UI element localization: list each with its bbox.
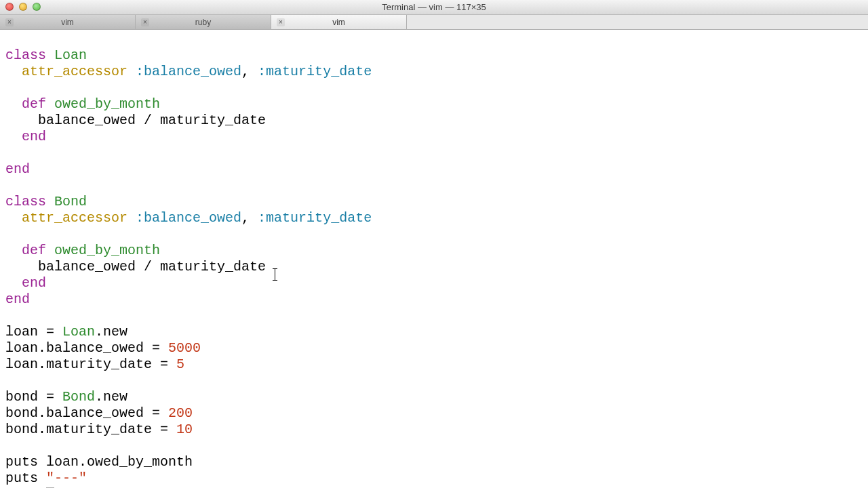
zoom-icon[interactable] (33, 3, 41, 11)
window-titlebar: Terminal — vim — 117×35 (0, 0, 868, 15)
method-body: balance_owed / maturity_date (38, 113, 266, 128)
code-text: loan.balance_owed = (5, 340, 168, 356)
tab-label: vim (290, 14, 406, 30)
number-literal: 5000 (168, 340, 201, 356)
method-owed-by-month: owed_by_month (54, 96, 160, 112)
symbol-balance-owed: :balance_owed (136, 64, 241, 79)
code-text: puts loan.owed_by_month (5, 454, 193, 470)
keyword-def: def (22, 96, 46, 112)
code-text: bond.balance_owed = (5, 405, 168, 421)
const-bond: Bond (54, 194, 87, 209)
const-loan: Loan (62, 324, 95, 340)
window-title: Terminal — vim — 117×35 (382, 0, 486, 16)
code-text: bond = (5, 389, 62, 405)
code-text: loan.maturity_date = (5, 357, 176, 372)
code-text: .new (95, 324, 127, 340)
keyword-attr-accessor: attr_accessor (22, 210, 127, 226)
code-text: loan = (5, 324, 62, 340)
const-bond: Bond (62, 389, 95, 405)
number-literal: 5 (176, 357, 184, 372)
code-text: .new (95, 389, 127, 405)
number-literal: 200 (168, 405, 193, 421)
minimize-icon[interactable] (19, 3, 27, 11)
keyword-class: class (5, 194, 46, 209)
symbol-maturity-date: :maturity_date (258, 64, 372, 79)
close-tab-icon[interactable]: × (141, 18, 149, 26)
keyword-end: end (22, 275, 46, 291)
code-text: bond.maturity_date = (5, 422, 176, 437)
const-loan: Loan (54, 47, 87, 63)
keyword-end: end (22, 129, 46, 144)
keyword-class: class (5, 47, 46, 63)
number-literal: 10 (176, 422, 193, 437)
code-editor[interactable]: class Loan attr_accessor :balance_owed, … (0, 30, 868, 488)
method-owed-by-month: owed_by_month (54, 243, 160, 258)
method-body: balance_owed / maturity_date (38, 259, 266, 274)
close-tab-icon[interactable]: × (277, 18, 285, 26)
close-tab-icon[interactable]: × (5, 18, 14, 26)
symbol-balance-owed: :balance_owed (136, 210, 241, 226)
keyword-attr-accessor: attr_accessor (22, 64, 127, 79)
tab-label: vim (19, 14, 135, 30)
keyword-def: def (22, 243, 46, 258)
symbol-maturity-date: :maturity_date (258, 210, 372, 226)
tab-label: ruby (155, 14, 271, 30)
code-text: puts (5, 470, 46, 486)
close-icon[interactable] (5, 3, 14, 11)
keyword-end: end (5, 161, 30, 177)
text-cursor-icon (275, 268, 275, 281)
tab-ruby[interactable]: × ruby (136, 15, 271, 29)
tab-bar: × vim × ruby × vim (0, 15, 868, 30)
tab-vim-1[interactable]: × vim (0, 15, 136, 29)
tab-vim-2[interactable]: × vim (271, 15, 407, 29)
keyword-end: end (5, 291, 30, 307)
string-literal: "---" (46, 470, 87, 486)
traffic-lights (5, 3, 41, 11)
